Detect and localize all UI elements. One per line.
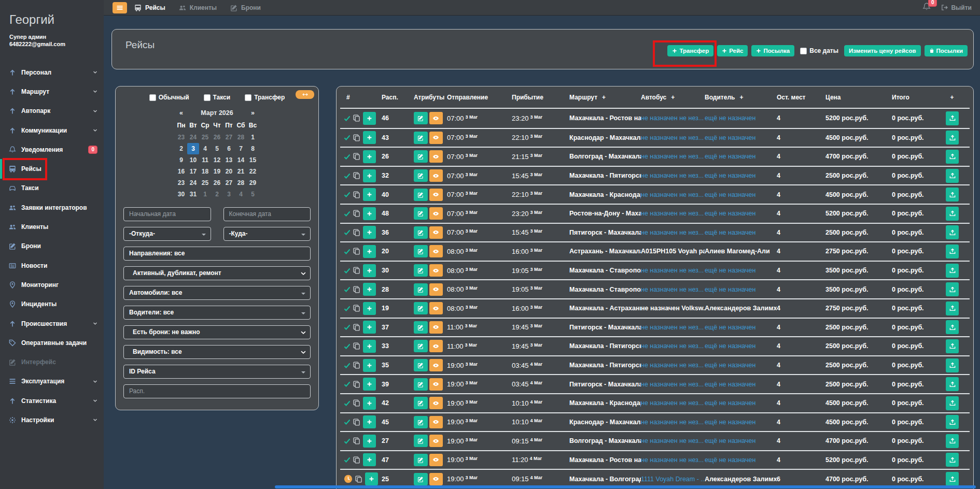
calendar-day[interactable]: 4	[235, 189, 247, 200]
assign-driver-link[interactable]: ещё не назначен	[705, 191, 755, 198]
filter-field-status[interactable]: Активный, дубликат, ремонт	[123, 266, 311, 280]
edit-trip-button[interactable]	[414, 283, 428, 296]
assign-driver-link[interactable]: ещё не назначен	[705, 267, 755, 274]
assign-bus-link[interactable]: не назначен не нез...	[641, 362, 704, 369]
edit-trip-button[interactable]	[414, 169, 428, 182]
sort-button[interactable]: +	[602, 94, 606, 101]
add-booking-button[interactable]	[363, 207, 376, 220]
sidebar-item-personal[interactable]: Персонал	[0, 63, 104, 82]
view-trip-button[interactable]	[429, 473, 443, 485]
add-booking-button[interactable]	[363, 283, 376, 296]
edit-trip-button[interactable]	[414, 132, 428, 144]
duplicate-icon[interactable]	[353, 172, 360, 179]
edit-trip-button[interactable]	[414, 321, 428, 334]
sidebar-item-ekspluataciya[interactable]: Эксплуатация	[0, 372, 104, 391]
view-trip-button[interactable]	[429, 226, 443, 239]
trip-type-checkbox-taksi[interactable]: Такси	[204, 94, 231, 101]
duplicate-icon[interactable]	[353, 437, 360, 444]
add-booking-button[interactable]	[363, 415, 376, 428]
assign-bus-link[interactable]: 1111 Voyah Dream - ...	[641, 476, 705, 483]
filter-field-start-date[interactable]: Начальная дата	[123, 207, 211, 221]
add-booking-button[interactable]	[363, 264, 376, 277]
add-booking-button[interactable]	[363, 453, 376, 466]
assign-driver-link[interactable]: ещё не назначен	[705, 456, 755, 464]
calendar-day[interactable]: 28	[235, 177, 247, 189]
duplicate-icon[interactable]	[353, 381, 360, 388]
view-trip-button[interactable]	[429, 189, 443, 201]
edit-trip-button[interactable]	[414, 397, 428, 409]
duplicate-icon[interactable]	[353, 210, 360, 217]
calendar-day[interactable]: 31	[187, 189, 199, 200]
export-trip-button[interactable]	[946, 282, 959, 296]
filter-field-trip-id[interactable]: ID Рейса	[123, 365, 311, 379]
sidebar-item-incidenty[interactable]: Инциденты	[0, 295, 104, 314]
filter-field-from[interactable]: -Откуда-	[123, 227, 211, 241]
sidebar-item-broni[interactable]: Брони	[0, 237, 104, 256]
calendar-day[interactable]: 9	[175, 154, 187, 166]
add-booking-button[interactable]	[363, 302, 376, 315]
transfer-checkbox[interactable]	[245, 94, 251, 101]
add-parcel-button[interactable]: Посылка	[751, 45, 794, 56]
view-trip-button[interactable]	[429, 378, 443, 391]
assign-bus-link[interactable]: не назначен не нез...	[641, 210, 704, 217]
assign-driver-link[interactable]: ещё не назначен	[705, 381, 755, 388]
view-trip-button[interactable]	[429, 416, 443, 428]
calendar-day[interactable]: 10	[187, 154, 199, 166]
add-booking-button[interactable]	[363, 435, 376, 448]
calendar-day[interactable]: 23	[175, 177, 187, 189]
view-trip-button[interactable]	[429, 264, 443, 277]
calendar-day[interactable]: 7	[235, 143, 247, 154]
add-booking-button[interactable]	[363, 150, 376, 163]
edit-trip-button[interactable]	[414, 416, 428, 428]
logout-button[interactable]: Выйти	[941, 4, 972, 11]
calendar-day[interactable]: 6	[223, 143, 235, 154]
assign-driver-link[interactable]: ещё не назначен	[705, 324, 755, 331]
assign-bus-link[interactable]: не назначен не нез...	[641, 191, 704, 198]
duplicate-icon[interactable]	[353, 114, 360, 122]
sort-button[interactable]: +	[671, 94, 675, 101]
calendar-day[interactable]: 24	[187, 177, 199, 189]
assign-driver-link[interactable]: ещё не назначен	[705, 134, 755, 141]
view-trip-button[interactable]	[429, 435, 443, 447]
calendar-day[interactable]: 25	[199, 132, 211, 143]
export-trip-button[interactable]	[946, 339, 959, 353]
view-trip-button[interactable]	[429, 132, 443, 144]
edit-trip-button[interactable]	[414, 264, 428, 277]
assign-driver-link[interactable]: ещё не назначен	[705, 419, 755, 426]
assign-driver-link[interactable]: ещё не назначен	[705, 437, 755, 444]
export-trip-button[interactable]	[946, 396, 959, 410]
calendar-day[interactable]: 24	[187, 132, 199, 143]
add-booking-button[interactable]	[363, 188, 376, 201]
duplicate-icon[interactable]	[353, 419, 360, 426]
add-booking-button[interactable]	[365, 472, 378, 485]
export-trip-button[interactable]	[946, 188, 959, 202]
calendar-day-selected[interactable]: 3	[187, 143, 199, 154]
assign-driver-link[interactable]: ещё не назначен	[705, 229, 755, 236]
duplicate-icon[interactable]	[353, 399, 360, 407]
view-trip-button[interactable]	[429, 359, 443, 371]
sidebar-item-statistika[interactable]: Статистика	[0, 391, 104, 410]
sidebar-item-monitoring[interactable]: Мониторинг	[0, 275, 104, 294]
assign-driver-link[interactable]: ещё не назначен	[705, 210, 755, 217]
filter-field-visibility[interactable]: Видимость: все	[123, 345, 311, 359]
duplicate-icon[interactable]	[353, 286, 360, 293]
calendar-day[interactable]: 15	[247, 154, 259, 166]
assign-driver-link[interactable]: ещё не назначен	[705, 153, 755, 160]
duplicate-icon[interactable]	[353, 153, 360, 160]
edit-trip-button[interactable]	[414, 207, 428, 220]
change-price-button[interactable]: Изменить цену рейсов	[844, 45, 921, 56]
view-trip-button[interactable]	[429, 207, 443, 220]
duplicate-icon[interactable]	[353, 362, 360, 369]
edit-trip-button[interactable]	[414, 378, 428, 391]
calendar-day[interactable]: 5	[211, 143, 223, 154]
edit-trip-button[interactable]	[414, 112, 428, 124]
sidebar-item-uvedomleniya[interactable]: Уведомления0	[0, 140, 104, 159]
horizontal-scrollbar-thumb[interactable]	[275, 485, 976, 488]
duplicate-icon[interactable]	[353, 267, 360, 274]
calendar-day[interactable]: 18	[199, 166, 211, 177]
add-booking-button[interactable]	[363, 359, 376, 372]
sidebar-item-kommunikacii[interactable]: Коммуникации	[0, 121, 104, 140]
calendar-day[interactable]: 26	[211, 177, 223, 189]
assign-driver-link[interactable]: ещё не назначен	[705, 399, 755, 407]
view-trip-button[interactable]	[429, 169, 443, 182]
